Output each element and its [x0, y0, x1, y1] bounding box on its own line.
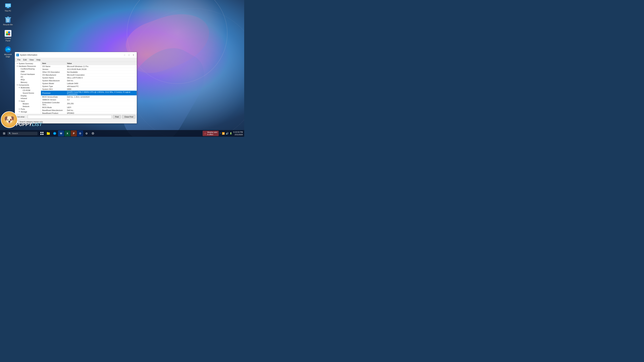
table-row[interactable]: System NameDELL-LATITUDE-5	[41, 76, 137, 79]
tree-conflicts-sharing[interactable]: Conflicts/Sharing	[15, 67, 41, 70]
weather-alert-text: Weather alert In effect	[207, 131, 217, 136]
taskbar-search[interactable]: 🔍 Search	[8, 132, 38, 135]
tree-forced-hardware[interactable]: Forced Hardware	[15, 73, 41, 76]
table-cell-item: System Type	[41, 85, 66, 88]
tree-io[interactable]: I/O	[15, 76, 41, 78]
desktop-icon-edge-label: Microsoft Edge	[2, 53, 14, 58]
expander-network	[20, 105, 22, 107]
table-row[interactable]: OS ManufacturerMicrosoft Corporation	[41, 73, 137, 76]
menu-file[interactable]: File	[16, 58, 22, 61]
maximize-button[interactable]: □	[127, 53, 131, 57]
table-row[interactable]: OS NameMicrosoft Windows 11 Pro	[41, 65, 137, 68]
tree-panel[interactable]: ▼ System Summary ▼ Hardware Resources Co…	[15, 62, 41, 114]
desktop-icon-recycle-bin-label: Recycle Bin	[3, 24, 13, 26]
taskbar-powerpoint[interactable]: P	[71, 130, 77, 136]
svg-rect-3	[6, 8, 10, 8]
puppy-watermark: 🐶 PUPPYLIST	[0, 110, 37, 130]
taskbar-task-view[interactable]	[39, 130, 45, 136]
puppy-icon: 🐶	[1, 111, 18, 128]
table-row[interactable]: SMBIOS Version3.2	[41, 98, 137, 101]
table-row[interactable]: System Typex64-based PC	[41, 85, 137, 88]
tree-network[interactable]: Network	[15, 105, 41, 108]
taskbar-app-extra[interactable]	[90, 130, 96, 136]
table-cell-item: System Manufacturer	[41, 79, 66, 82]
find-button[interactable]: Find	[113, 115, 121, 119]
puppy-part2: LIST	[32, 122, 42, 127]
expander-io	[18, 76, 20, 78]
battery-icon[interactable]: 🔋	[230, 132, 232, 135]
expander-dma	[18, 70, 20, 72]
tray-chevron[interactable]: ^	[220, 132, 221, 134]
desktop-icon-edge[interactable]: Microsoft Edge	[2, 45, 14, 59]
menu-bar: File Edit View Help	[15, 58, 137, 62]
table-row[interactable]: System SKU08B8	[41, 88, 137, 91]
table-row[interactable]: Embedded Controller Vers...255.255	[41, 101, 137, 106]
network-icon[interactable]: 📶	[222, 132, 225, 135]
svg-point-12	[8, 33, 10, 35]
table-cell-value: 3.2	[66, 98, 137, 101]
tree-item-label: Hardware Resources	[18, 65, 36, 67]
table-cell-item: BIOS Version/Date	[41, 95, 66, 98]
table-row[interactable]: System ManufacturerDell Inc.	[41, 79, 137, 82]
tree-hardware-resources[interactable]: ▼ Hardware Resources	[15, 65, 41, 67]
table-row[interactable]: BIOS Version/DateDell Inc. 1.36.0, 12/10…	[41, 95, 137, 98]
weather-alert[interactable]: ⚠ Weather alert In effect	[202, 131, 219, 136]
svg-rect-1	[6, 4, 10, 7]
taskbar-excel[interactable]: X	[64, 130, 70, 136]
title-bar: ℹ System Information ─ □ ✕	[15, 52, 137, 58]
tree-cd-rom[interactable]: CD-ROM	[15, 89, 41, 92]
desktop-icon-this-pc-label: This PC	[5, 10, 11, 12]
tree-infrared[interactable]: Infrared	[15, 97, 41, 100]
tree-item-label: Components	[18, 84, 29, 86]
expander-hardware-resources: ▼	[16, 65, 18, 67]
table-cell-item: Other OS Description	[41, 71, 66, 73]
table-cell-item: System SKU	[41, 88, 66, 91]
sysinfo-content: ▼ System Summary ▼ Hardware Resources Co…	[15, 62, 137, 114]
svg-point-20	[92, 133, 93, 134]
table-row[interactable]: ProcessorIntel(R) Core(TM) i7-8665U CPU …	[41, 91, 137, 95]
menu-edit[interactable]: Edit	[22, 58, 28, 61]
tree-input[interactable]: ▼ Input	[15, 100, 41, 102]
tree-display[interactable]: Display	[15, 94, 41, 97]
volume-icon[interactable]: 🔊	[226, 132, 228, 135]
tree-multimedia[interactable]: ▼ Multimedia	[15, 86, 41, 89]
taskbar-outlook[interactable]: O	[77, 130, 83, 136]
expander-cd-rom	[20, 89, 22, 91]
desktop-icon-this-pc[interactable]: This PC	[2, 2, 14, 13]
table-row[interactable]: Other OS DescriptionNot Available	[41, 71, 137, 73]
taskbar-edge[interactable]	[52, 130, 58, 136]
close-button[interactable]: ✕	[131, 53, 135, 57]
svg-rect-15	[42, 132, 44, 133]
taskbar-word[interactable]: W	[58, 130, 64, 136]
taskbar-clock[interactable]: 6:15:53 PM 2/21/2025	[234, 131, 243, 136]
table-cell-value: Dell Inc.	[66, 109, 137, 112]
menu-help[interactable]: Help	[36, 58, 42, 61]
desktop-icon-control-panel[interactable]: Control Panel	[2, 29, 14, 42]
tree-dma[interactable]: DMA	[15, 70, 41, 73]
tree-components[interactable]: ▼ Components	[15, 84, 41, 86]
table-row[interactable]: BIOS ModeUEFI	[41, 106, 137, 109]
tree-modem[interactable]: Modem	[15, 102, 41, 105]
table-row[interactable]: Version10.0.26100 Build 26100	[41, 68, 137, 71]
search-icon: 🔍	[9, 132, 11, 135]
table-cell-value: 0PD9KD	[66, 112, 137, 114]
start-button[interactable]: ⊞	[1, 131, 7, 136]
taskbar-file-explorer[interactable]	[45, 130, 51, 136]
table-row[interactable]: BaseBoard Product0PD9KD	[41, 112, 137, 114]
tree-irqs[interactable]: IRQs	[15, 78, 41, 81]
tree-memory[interactable]: Memory	[15, 81, 41, 84]
table-cell-value: Dell Inc. 1.36.0, 12/10/2024	[66, 95, 137, 98]
table-row[interactable]: System ModelLatitude 5400	[41, 82, 137, 85]
desktop-icon-recycle-bin[interactable]: Recycle Bin	[2, 15, 14, 27]
expander-system-summary: ▼	[16, 62, 18, 64]
tree-system-summary[interactable]: ▼ System Summary	[15, 62, 41, 65]
taskbar-settings[interactable]: ⚙	[84, 130, 90, 136]
minimize-button[interactable]: ─	[122, 53, 126, 57]
table-row[interactable]: BaseBoard ManufacturerDell Inc.	[41, 109, 137, 112]
menu-view[interactable]: View	[28, 58, 35, 61]
find-input[interactable]	[28, 115, 112, 119]
close-find-button[interactable]: Close Find	[122, 115, 135, 119]
svg-rect-17	[42, 134, 44, 135]
table-cell-value: 10.0.26100 Build 26100	[66, 68, 137, 71]
tree-sound-device[interactable]: Sound Device	[15, 92, 41, 94]
